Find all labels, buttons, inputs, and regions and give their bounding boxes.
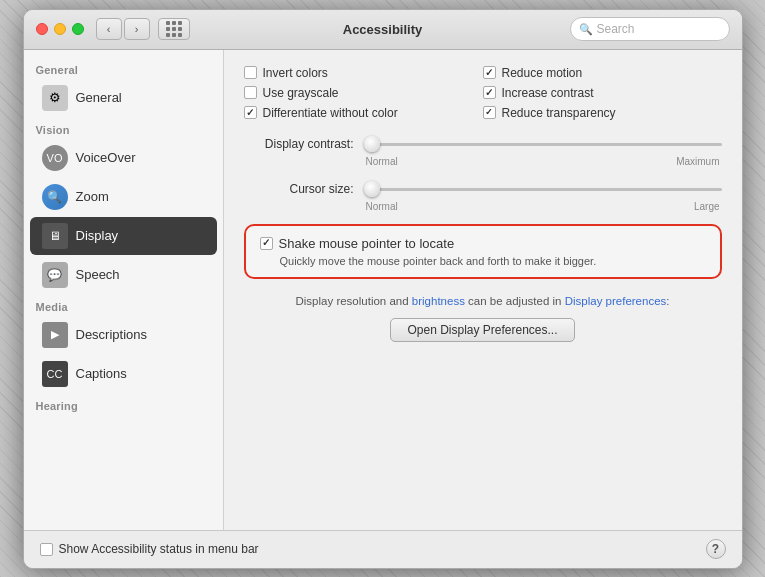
- cursor-size-track[interactable]: [364, 188, 722, 191]
- display-note: Display resolution and brightness can be…: [244, 293, 722, 310]
- display-contrast-label: Display contrast:: [244, 137, 354, 151]
- checkbox-invert-colors: Invert colors: [244, 66, 483, 80]
- increase-contrast-checkbox[interactable]: ✓: [483, 86, 496, 99]
- cursor-size-labels: Normal Large: [364, 201, 722, 212]
- sidebar-item-display-label: Display: [76, 228, 119, 243]
- sidebar-item-zoom-label: Zoom: [76, 189, 109, 204]
- zoom-icon: 🔍: [42, 184, 68, 210]
- checkboxes-grid: Invert colors ✓ Reduce motion Use graysc…: [244, 66, 722, 120]
- open-display-preferences-button[interactable]: Open Display Preferences...: [390, 318, 574, 342]
- grayscale-label: Use grayscale: [263, 86, 339, 100]
- grid-view-button[interactable]: [158, 18, 190, 40]
- accessibility-status-row: Show Accessibility status in menu bar: [40, 542, 706, 556]
- display-prefs-link[interactable]: Display preferences: [565, 295, 667, 307]
- content-area: General ⚙ General Vision VO VoiceOver 🔍 …: [24, 50, 742, 530]
- checkbox-reduce-transparency: ✓ Reduce transparency: [483, 106, 722, 120]
- display-note-middle: can be adjusted in: [468, 295, 561, 307]
- contrast-normal-label: Normal: [366, 156, 398, 167]
- reduce-transparency-label: Reduce transparency: [502, 106, 616, 120]
- invert-colors-label: Invert colors: [263, 66, 328, 80]
- speech-icon: 💬: [42, 262, 68, 288]
- sidebar-item-captions-label: Captions: [76, 366, 127, 381]
- section-vision-label: Vision: [24, 118, 223, 138]
- titlebar: ‹ › Accessibility 🔍 Search: [24, 10, 742, 50]
- display-note-text: Display resolution and: [295, 295, 408, 307]
- section-hearing-label: Hearing: [24, 394, 223, 414]
- main-window: ‹ › Accessibility 🔍 Search General ⚙ Gen…: [23, 9, 743, 569]
- sidebar-item-speech[interactable]: 💬 Speech: [30, 256, 217, 294]
- accessibility-status-label: Show Accessibility status in menu bar: [59, 542, 259, 556]
- sidebar: General ⚙ General Vision VO VoiceOver 🔍 …: [24, 50, 224, 530]
- display-contrast-row: Display contrast:: [244, 134, 722, 154]
- minimize-button[interactable]: [54, 23, 66, 35]
- differentiate-label: Differentiate without color: [263, 106, 398, 120]
- search-box[interactable]: 🔍 Search: [570, 17, 730, 41]
- cursor-size-row: Cursor size:: [244, 179, 722, 199]
- descriptions-icon: ▶: [42, 322, 68, 348]
- differentiate-checkbox[interactable]: ✓: [244, 106, 257, 119]
- sidebar-item-voiceover-label: VoiceOver: [76, 150, 136, 165]
- help-button[interactable]: ?: [706, 539, 726, 559]
- shake-mouse-section: ✓ Shake mouse pointer to locate Quickly …: [244, 224, 722, 279]
- sidebar-item-general-label: General: [76, 90, 122, 105]
- sidebar-item-descriptions-label: Descriptions: [76, 327, 148, 342]
- accessibility-status-checkbox[interactable]: [40, 543, 53, 556]
- section-media-label: Media: [24, 295, 223, 315]
- reduce-motion-label: Reduce motion: [502, 66, 583, 80]
- shake-description: Quickly move the mouse pointer back and …: [260, 255, 706, 267]
- bottom-bar: Show Accessibility status in menu bar ?: [24, 530, 742, 568]
- traffic-lights: [36, 23, 84, 35]
- cursor-size-label: Cursor size:: [244, 182, 354, 196]
- sidebar-item-voiceover[interactable]: VO VoiceOver: [30, 139, 217, 177]
- captions-icon: CC: [42, 361, 68, 387]
- search-input[interactable]: Search: [597, 22, 635, 36]
- sidebar-item-captions[interactable]: CC Captions: [30, 355, 217, 393]
- general-icon: ⚙: [42, 85, 68, 111]
- forward-button[interactable]: ›: [124, 18, 150, 40]
- back-button[interactable]: ‹: [96, 18, 122, 40]
- contrast-maximum-label: Maximum: [676, 156, 719, 167]
- reduce-transparency-checkbox[interactable]: ✓: [483, 106, 496, 119]
- nav-buttons: ‹ ›: [96, 18, 150, 40]
- sidebar-item-display[interactable]: 🖥 Display: [30, 217, 217, 255]
- sidebar-item-descriptions[interactable]: ▶ Descriptions: [30, 316, 217, 354]
- display-contrast-section: Display contrast: Normal Maximum: [244, 134, 722, 167]
- display-contrast-track[interactable]: [364, 143, 722, 146]
- sidebar-item-general[interactable]: ⚙ General: [30, 79, 217, 117]
- checkbox-grayscale: Use grayscale: [244, 86, 483, 100]
- sidebar-item-speech-label: Speech: [76, 267, 120, 282]
- shake-title-row: ✓ Shake mouse pointer to locate: [260, 236, 706, 251]
- checkbox-differentiate: ✓ Differentiate without color: [244, 106, 483, 120]
- display-contrast-labels: Normal Maximum: [364, 156, 722, 167]
- invert-colors-checkbox[interactable]: [244, 66, 257, 79]
- main-panel: Invert colors ✓ Reduce motion Use graysc…: [224, 50, 742, 530]
- shake-title-label: Shake mouse pointer to locate: [279, 236, 455, 251]
- grayscale-checkbox[interactable]: [244, 86, 257, 99]
- sidebar-item-zoom[interactable]: 🔍 Zoom: [30, 178, 217, 216]
- brightness-link[interactable]: brightness: [412, 295, 468, 307]
- checkbox-increase-contrast: ✓ Increase contrast: [483, 86, 722, 100]
- display-icon: 🖥: [42, 223, 68, 249]
- display-contrast-thumb[interactable]: [364, 136, 380, 152]
- reduce-motion-checkbox[interactable]: ✓: [483, 66, 496, 79]
- window-title: Accessibility: [343, 22, 423, 37]
- increase-contrast-label: Increase contrast: [502, 86, 594, 100]
- checkbox-reduce-motion: ✓ Reduce motion: [483, 66, 722, 80]
- maximize-button[interactable]: [72, 23, 84, 35]
- cursor-size-section: Cursor size: Normal Large: [244, 179, 722, 212]
- section-general-label: General: [24, 58, 223, 78]
- voiceover-icon: VO: [42, 145, 68, 171]
- close-button[interactable]: [36, 23, 48, 35]
- shake-mouse-checkbox[interactable]: ✓: [260, 237, 273, 250]
- cursor-size-thumb[interactable]: [364, 181, 380, 197]
- cursor-normal-label: Normal: [366, 201, 398, 212]
- cursor-large-label: Large: [694, 201, 720, 212]
- search-icon: 🔍: [579, 23, 593, 36]
